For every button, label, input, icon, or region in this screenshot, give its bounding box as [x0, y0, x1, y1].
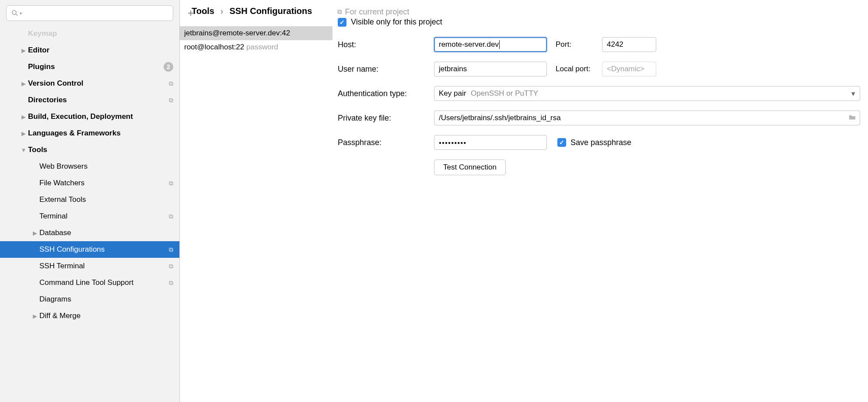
- username-input[interactable]: jetbrains: [434, 62, 547, 76]
- chevron-right-icon: ▶: [19, 47, 28, 54]
- visible-only-checkbox[interactable]: ✓ Visible only for this project: [338, 17, 442, 27]
- search-icon: [11, 9, 19, 17]
- sidebar-item-plugins[interactable]: ▶Plugins2: [0, 59, 179, 75]
- copy-icon: ⧉: [169, 246, 173, 253]
- sidebar-item-label: Tools: [28, 146, 173, 154]
- breadcrumb-current: SSH Configurations: [230, 6, 312, 16]
- chevron-down-icon: ▾: [851, 89, 855, 98]
- scope-label: ⧉ For current project: [337, 7, 409, 17]
- sidebar-item-terminal[interactable]: ▶Terminal⧉: [0, 208, 179, 225]
- text-caret: [499, 40, 500, 49]
- sidebar-item-label: Web Browsers: [39, 162, 173, 171]
- sidebar-item-ssh-configurations[interactable]: ▶SSH Configurations⧉: [0, 241, 179, 258]
- sidebar-item-ssh-terminal[interactable]: ▶SSH Terminal⧉: [0, 258, 179, 274]
- sidebar-item-tools[interactable]: ▼Tools: [0, 142, 179, 158]
- breadcrumb: Tools › SSH Configurations ⧉ For current…: [192, 6, 409, 17]
- sidebar-item-label: Database: [39, 229, 173, 237]
- copy-icon: ⧉: [169, 279, 173, 287]
- chevron-right-icon: ▶: [31, 313, 39, 319]
- sidebar-item-label: Languages & Frameworks: [28, 129, 173, 138]
- sidebar-item-label: SSH Terminal: [39, 262, 169, 270]
- chevron-right-icon: ▶: [19, 114, 28, 120]
- passphrase-input[interactable]: ●●●●●●●●●: [434, 135, 547, 150]
- sidebar-item-label: External Tools: [39, 195, 173, 204]
- sidebar-item-label: Diff & Merge: [39, 312, 173, 320]
- port-input[interactable]: 4242: [602, 37, 656, 52]
- host-input[interactable]: remote-server.dev: [434, 37, 547, 52]
- sidebar-item-editor[interactable]: ▶Editor: [0, 42, 179, 59]
- breadcrumb-root[interactable]: Tools: [192, 6, 214, 16]
- sidebar-item-web-browsers[interactable]: ▶Web Browsers: [0, 158, 179, 175]
- update-count-badge: 2: [164, 62, 173, 72]
- config-item[interactable]: jetbrains@remote-server.dev:42: [180, 26, 332, 40]
- auth-type-select[interactable]: Key pair OpenSSH or PuTTY ▾: [434, 86, 860, 101]
- copy-icon: ⧉: [169, 213, 173, 220]
- sidebar-item-external-tools[interactable]: ▶External Tools: [0, 191, 179, 208]
- check-icon: ✓: [557, 138, 566, 147]
- chevron-down-icon: ▾: [20, 11, 22, 16]
- sidebar-item-label: Diagrams: [39, 295, 173, 304]
- copy-icon: ⧉: [169, 80, 173, 87]
- private-key-label: Private key file:: [338, 114, 434, 123]
- sidebar-item-label: File Watchers: [39, 179, 169, 187]
- sidebar-item-file-watchers[interactable]: ▶File Watchers⧉: [0, 175, 179, 191]
- folder-open-icon[interactable]: [848, 114, 856, 122]
- chevron-down-icon: ▼: [19, 147, 28, 153]
- config-list-panel: + − jetbrains@remote-server.dev:42 root@…: [180, 0, 332, 402]
- sidebar-item-label: Directories: [28, 96, 169, 104]
- sidebar-item-label: SSH Configurations: [39, 245, 169, 254]
- copy-icon: ⧉: [337, 8, 342, 16]
- passphrase-label: Passphrase:: [338, 138, 434, 147]
- sidebar-item-keymap[interactable]: ▶Keymap: [0, 25, 179, 42]
- search-input[interactable]: ▾: [6, 5, 173, 21]
- sidebar-item-command-line-tool-support[interactable]: ▶Command Line Tool Support⧉: [0, 274, 179, 291]
- sidebar-item-diff-merge[interactable]: ▶Diff & Merge: [0, 308, 179, 324]
- sidebar-item-label: Command Line Tool Support: [39, 278, 169, 287]
- test-connection-button[interactable]: Test Connection: [434, 159, 506, 175]
- sidebar-item-build-execution-deployment[interactable]: ▶Build, Execution, Deployment: [0, 108, 179, 125]
- svg-point-0: [12, 10, 16, 14]
- check-icon: ✓: [338, 18, 346, 27]
- sidebar-item-diagrams[interactable]: ▶Diagrams: [0, 291, 179, 308]
- sidebar-item-label: Version Control: [28, 79, 169, 88]
- config-item[interactable]: root@localhost:22 password: [180, 40, 332, 54]
- copy-icon: ⧉: [169, 263, 173, 270]
- local-port-label: Local port:: [547, 65, 602, 73]
- settings-sidebar: ▾ ▶Keymap▶Editor▶Plugins2▶Version Contro…: [0, 0, 180, 402]
- chevron-right-icon: ▶: [19, 130, 28, 137]
- chevron-right-icon: ▶: [31, 230, 39, 236]
- svg-line-1: [16, 14, 18, 16]
- sidebar-item-label: Editor: [28, 46, 173, 55]
- chevron-right-icon: ▶: [19, 80, 28, 87]
- save-passphrase-checkbox[interactable]: ✓ Save passphrase: [557, 138, 631, 147]
- local-port-input[interactable]: <Dynamic>: [602, 62, 656, 76]
- port-label: Port:: [547, 40, 602, 49]
- breadcrumb-separator: ›: [220, 6, 224, 16]
- settings-tree[interactable]: ▶Keymap▶Editor▶Plugins2▶Version Control⧉…: [0, 25, 179, 402]
- sidebar-item-label: Keymap: [28, 29, 173, 38]
- sidebar-item-directories[interactable]: ▶Directories⧉: [0, 92, 179, 108]
- config-detail: ✓ Visible only for this project Host: re…: [332, 0, 868, 402]
- sidebar-item-label: Terminal: [39, 212, 169, 221]
- private-key-input[interactable]: /Users/jetbrains/.ssh/jetbrains_id_rsa: [434, 111, 860, 125]
- copy-icon: ⧉: [169, 97, 173, 104]
- config-list[interactable]: jetbrains@remote-server.dev:42 root@loca…: [180, 26, 332, 402]
- host-label: Host:: [338, 40, 434, 49]
- auth-type-label: Authentication type:: [338, 89, 434, 98]
- sidebar-item-label: Build, Execution, Deployment: [28, 112, 173, 121]
- sidebar-item-label: Plugins: [28, 62, 164, 71]
- sidebar-item-version-control[interactable]: ▶Version Control⧉: [0, 75, 179, 92]
- sidebar-item-languages-frameworks[interactable]: ▶Languages & Frameworks: [0, 125, 179, 142]
- sidebar-item-database[interactable]: ▶Database: [0, 225, 179, 241]
- username-label: User name:: [338, 65, 434, 74]
- copy-icon: ⧉: [169, 180, 173, 187]
